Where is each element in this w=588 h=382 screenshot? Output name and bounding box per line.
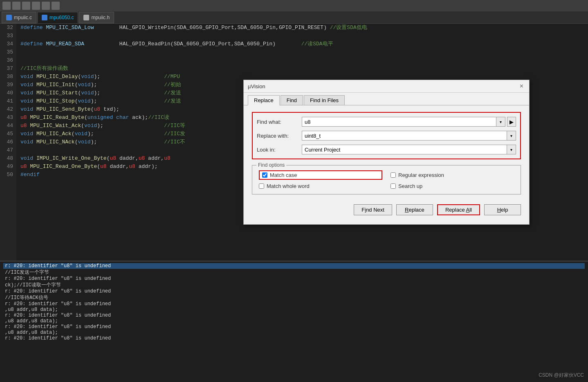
look-in-input-wrap: ▾ — [302, 145, 516, 154]
match-case-label: Match case — [270, 172, 297, 178]
find-options-group: Find options Match case Regular expressi… — [252, 165, 521, 194]
replace-with-group: Replace with: ▾ — [257, 131, 516, 141]
find-what-label: Find what: — [257, 119, 302, 125]
replace-button[interactable]: Replace — [396, 204, 433, 215]
find-options-legend: Find options — [256, 162, 286, 168]
dialog-buttons: Find Next Replace Replace All Help — [252, 200, 521, 218]
tab-find-in-files[interactable]: Find in Files — [304, 95, 345, 105]
search-up-checkbox[interactable] — [391, 183, 396, 189]
tab-mpuiic-c[interactable]: mpuiic.c — [2, 12, 36, 23]
output-panel: r: #20: identifier "u8" is undefined //I… — [0, 261, 588, 375]
regular-expression-option: Regular expression — [391, 170, 514, 180]
match-whole-word-option: Match whole word — [259, 183, 382, 189]
toolbar — [0, 0, 588, 11]
look-in-group: Look in: ▾ — [257, 145, 516, 154]
filter-icon[interactable] — [52, 2, 60, 10]
tab-mpuiic-h[interactable]: mpuiic.h — [79, 12, 114, 23]
replace-with-input[interactable] — [302, 131, 507, 141]
line-numbers: 32333435363738394041424344454647484950 — [0, 24, 16, 261]
replace-with-dropdown[interactable]: ▾ — [507, 131, 516, 141]
h-file-icon — [83, 15, 89, 20]
look-in-dropdown[interactable]: ▾ — [507, 145, 516, 154]
match-whole-word-label: Match whole word — [267, 183, 310, 189]
replace-all-button[interactable]: Replace All — [437, 204, 480, 215]
dialog-close-button[interactable]: × — [518, 83, 525, 90]
search-up-label: Search up — [398, 183, 422, 189]
rebuild-icon[interactable] — [12, 2, 20, 10]
tab-mpu6050-c[interactable]: mpu6050.c — [37, 12, 78, 23]
replace-with-input-wrap: ▾ — [302, 131, 516, 141]
tab-replace-label: Replace — [254, 97, 274, 103]
options-grid: Match case Regular expression Match whol… — [259, 170, 514, 189]
find-next-inline-btn[interactable]: ▶ — [507, 117, 516, 127]
replace-label: Replace — [405, 207, 424, 213]
regular-expression-checkbox[interactable] — [391, 172, 396, 178]
tab-label-mpu6050-c: mpu6050.c — [49, 15, 74, 20]
watermark: CSDN @好家伙VCC — [539, 372, 584, 379]
debug-icon[interactable] — [42, 2, 50, 10]
dialog-title: µVision — [248, 83, 265, 89]
find-next-label: Find Next — [361, 207, 384, 213]
replace-with-label: Replace with: — [257, 133, 302, 139]
dialog-titlebar: µVision × — [244, 80, 529, 93]
build-icon[interactable] — [2, 2, 11, 10]
tab-label-mpuiic-c: mpuiic.c — [14, 15, 32, 20]
look-in-input[interactable] — [302, 145, 507, 154]
regular-expression-label: Regular expression — [398, 172, 444, 178]
find-what-input-wrap: ▾ — [302, 117, 505, 127]
tab-replace[interactable]: Replace — [248, 95, 280, 105]
c-file-icon-2 — [42, 15, 47, 20]
save-icon[interactable] — [32, 2, 40, 10]
c-file-icon — [6, 15, 12, 20]
uvision-dialog[interactable]: µVision × Replace Find Find in Files Fin… — [243, 80, 530, 225]
find-what-group: Find what: ▾ ▶ — [257, 117, 516, 127]
help-label: Help — [497, 207, 508, 213]
tab-find[interactable]: Find — [281, 95, 303, 105]
tab-find-label: Find — [287, 97, 297, 103]
tab-bar: mpuiic.c mpu6050.c mpuiic.h — [0, 11, 588, 24]
match-case-checkbox[interactable] — [262, 172, 267, 178]
help-button[interactable]: Help — [484, 204, 521, 215]
tab-find-in-files-label: Find in Files — [310, 97, 339, 103]
fields-outline: Find what: ▾ ▶ Replace with: ▾ — [252, 112, 521, 159]
open-icon[interactable] — [22, 2, 30, 10]
find-what-input[interactable] — [302, 117, 496, 127]
match-whole-word-checkbox[interactable] — [259, 183, 264, 189]
match-case-option: Match case — [259, 170, 382, 180]
look-in-label: Look in: — [257, 147, 302, 153]
dialog-body: Find what: ▾ ▶ Replace with: ▾ — [244, 105, 529, 224]
find-next-button[interactable]: Find Next — [354, 204, 392, 215]
dialog-tab-bar: Replace Find Find in Files — [244, 93, 529, 105]
replace-all-label: Replace All — [445, 207, 472, 213]
find-what-dropdown[interactable]: ▾ — [496, 117, 505, 127]
tab-label-mpuiic-h: mpuiic.h — [91, 15, 110, 20]
search-up-option: Search up — [391, 183, 514, 189]
